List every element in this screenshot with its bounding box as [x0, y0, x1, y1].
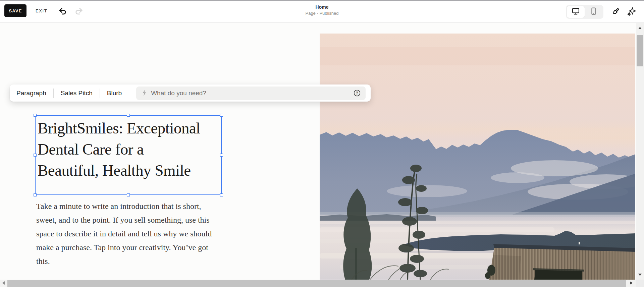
selection-handle-middle-right[interactable] [220, 154, 223, 157]
scroll-down-arrow[interactable] [638, 274, 642, 276]
paintbrush-icon [611, 7, 620, 17]
mobile-phone-icon [589, 7, 598, 17]
ai-text-toolbar: Paragraph Sales Pitch Blurb ? [10, 84, 371, 102]
horizontal-scroll-thumb[interactable] [7, 280, 626, 287]
heading-text-block-selected[interactable]: BrightSmiles: Exceptional Dental Care fo… [35, 115, 222, 195]
desktop-view-button[interactable] [567, 6, 585, 18]
undo-button[interactable] [58, 7, 68, 16]
vertical-scrollbar[interactable] [636, 23, 644, 280]
scroll-right-arrow[interactable] [630, 281, 633, 285]
editor-topbar: SAVE EXIT Home Page · Published [0, 1, 644, 23]
scroll-up-arrow[interactable] [638, 27, 642, 29]
svg-text:?: ? [356, 91, 358, 96]
ai-prompt-input[interactable] [150, 89, 353, 97]
selection-handle-bottom-left[interactable] [34, 193, 37, 196]
page-status: Page · Published [0, 10, 644, 16]
horizontal-scrollbar[interactable] [0, 280, 636, 287]
editor-window: SAVE EXIT Home Page · Published [0, 0, 644, 287]
device-preview-toggle [566, 5, 603, 19]
tab-sales-pitch[interactable]: Sales Pitch [54, 90, 100, 97]
save-button[interactable]: SAVE [4, 4, 26, 17]
selection-handle-top-left[interactable] [34, 114, 37, 117]
desktop-monitor-icon [572, 7, 580, 17]
selection-handle-top-right[interactable] [220, 114, 223, 117]
exit-button[interactable]: EXIT [34, 4, 49, 17]
page-heading[interactable]: BrightSmiles: Exceptional Dental Care fo… [36, 116, 221, 181]
sparkles-icon [627, 7, 637, 18]
scrollbar-corner [636, 280, 644, 287]
help-button[interactable]: ? [353, 89, 361, 97]
ai-assistant-button[interactable] [626, 6, 637, 18]
tab-blurb[interactable]: Blurb [100, 90, 129, 97]
page-title: Home [0, 4, 644, 10]
scroll-left-arrow[interactable] [2, 281, 5, 285]
undo-icon [58, 7, 67, 16]
page-title-group: Home Page · Published [0, 4, 644, 16]
selection-handle-top-middle[interactable] [127, 114, 130, 117]
vertical-scroll-thumb[interactable] [637, 35, 643, 66]
lightning-bolt-icon [142, 90, 147, 97]
hero-image[interactable] [320, 34, 635, 280]
page-canvas: Paragraph Sales Pitch Blurb ? [0, 23, 636, 280]
mobile-view-button[interactable] [585, 6, 602, 18]
selection-handle-bottom-middle[interactable] [127, 193, 130, 196]
selection-handle-bottom-right[interactable] [220, 193, 223, 196]
site-styles-button[interactable] [610, 7, 621, 17]
intro-paragraph[interactable]: Take a minute to write an introduction t… [36, 199, 237, 268]
selection-handle-middle-left[interactable] [34, 154, 37, 157]
redo-icon [74, 7, 83, 16]
redo-button[interactable] [74, 7, 84, 16]
tab-paragraph[interactable]: Paragraph [16, 90, 53, 97]
question-mark-icon: ? [353, 89, 361, 97]
ai-prompt-field[interactable]: ? [136, 87, 366, 100]
